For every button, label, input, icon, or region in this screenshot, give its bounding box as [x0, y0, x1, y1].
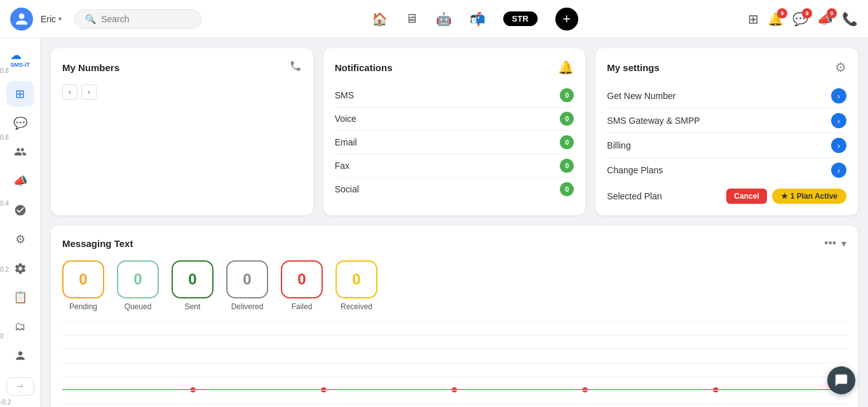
my-numbers-title: My Numbers	[62, 62, 119, 73]
notif-label-fax: Fax	[335, 161, 349, 171]
stat-label-pending: Pending	[69, 302, 97, 311]
stat-queued: 0 Queued	[117, 260, 159, 311]
selected-plan-label: Selected Plan	[607, 191, 661, 201]
notif-badge-sms: 0	[560, 88, 574, 102]
megaphone-icon[interactable]: 📣9	[817, 11, 833, 27]
chat-bubble-button[interactable]	[827, 366, 855, 394]
collapse-button[interactable]: ▾	[841, 237, 846, 250]
notif-badge-fax: 0	[560, 159, 574, 173]
nav-right-icons: ⊞ 🔔9 💬9 📣9 📞	[748, 11, 858, 27]
next-arrow-button[interactable]: ›	[81, 84, 97, 100]
my-settings-header: My settings ⚙	[607, 60, 846, 75]
notifications-card: Notifications 🔔 SMS 0 Voice 0 Email 0	[323, 48, 586, 215]
chart-container: 1.0 0.8 0.6 0.4 0.2 0 -0.2	[62, 321, 846, 404]
notif-item-voice: Voice 0	[335, 107, 574, 131]
bell-badge: 9	[777, 8, 787, 18]
grid-icon[interactable]: ⊞	[748, 11, 759, 27]
str-badge[interactable]: STR	[503, 11, 538, 26]
stat-label-queued: Queued	[125, 302, 152, 311]
settings-item-change-plans: Change Plans ›	[607, 158, 846, 182]
notif-item-social: Social 0	[335, 178, 574, 201]
chat-badge: 9	[802, 8, 812, 18]
notif-label-sms: SMS	[335, 90, 354, 100]
notif-item-email: Email 0	[335, 131, 574, 154]
gear-card-icon: ⚙	[835, 60, 846, 75]
chart-plot-area	[62, 321, 846, 404]
notifications-list: SMS 0 Voice 0 Email 0 Fax 0	[335, 84, 574, 201]
add-button[interactable]: +	[555, 8, 578, 30]
my-settings-card: My settings ⚙ Get New Number › SMS Gatew…	[595, 48, 858, 215]
settings-label-change-plans: Change Plans	[607, 165, 663, 175]
messaging-stat-boxes: 0 Pending 0 Queued 0 Sent 0 Delivered 0	[62, 260, 846, 311]
search-input[interactable]	[101, 14, 191, 24]
inbox-icon[interactable]: 📬	[470, 11, 485, 27]
chat-nav-icon[interactable]: 💬9	[792, 11, 808, 27]
stat-sent: 0 Sent	[172, 260, 214, 311]
notif-label-voice: Voice	[335, 114, 356, 124]
my-numbers-header: My Numbers	[62, 60, 302, 76]
stat-label-failed: Failed	[292, 302, 313, 311]
stat-number-delivered: 0	[226, 260, 268, 298]
settings-item-sms-gateway: SMS Gateway & SMPP ›	[607, 109, 846, 133]
megaphone-badge: 9	[827, 8, 837, 18]
stat-number-received: 0	[336, 260, 377, 298]
notif-label-social: Social	[335, 184, 359, 194]
messaging-header: Messaging Text ••• ▾	[62, 237, 846, 250]
stat-pending: 0 Pending	[62, 260, 104, 311]
stat-received: 0 Received	[336, 260, 377, 311]
user-name-label[interactable]: Eric ▾	[41, 14, 62, 24]
settings-arrow-sms-gateway[interactable]: ›	[831, 113, 846, 128]
search-icon: 🔍	[85, 14, 96, 24]
my-settings-list: Get New Number › SMS Gateway & SMPP › Bi…	[607, 84, 846, 182]
stat-label-sent: Sent	[185, 302, 201, 311]
stat-delivered: 0 Delivered	[226, 260, 268, 311]
stat-number-sent: 0	[172, 260, 214, 298]
stat-label-delivered: Delivered	[231, 302, 264, 311]
notif-item-sms: SMS 0	[335, 84, 574, 107]
notif-item-fax: Fax 0	[335, 154, 574, 178]
main-layout: ☁ SMS-iT ⊞ 💬 📣 ⚙ 📋 🗂 → My	[0, 38, 868, 407]
phone-icon	[289, 60, 302, 76]
messaging-title: Messaging Text	[62, 238, 133, 249]
my-numbers-nav-arrows: ‹ ›	[62, 84, 302, 100]
messaging-actions: ••• ▾	[824, 237, 846, 250]
settings-arrow-billing[interactable]: ›	[831, 138, 846, 153]
notifications-title: Notifications	[335, 62, 393, 73]
stat-label-received: Received	[341, 302, 372, 311]
top-navigation: Eric ▾ 🔍 🏠 🖥 🤖 📬 STR + ⊞ 🔔9 💬9 📣9 📞	[0, 0, 868, 38]
notif-label-email: Email	[335, 137, 357, 147]
selected-plan-row: Selected Plan Cancel ★ 1 Plan Active	[607, 182, 846, 204]
stat-failed: 0 Failed	[281, 260, 323, 311]
bell-card-icon: 🔔	[558, 60, 574, 75]
settings-label-sms-gateway: SMS Gateway & SMPP	[607, 116, 700, 126]
bot-icon[interactable]: 🤖	[436, 11, 452, 27]
notif-badge-voice: 0	[560, 112, 574, 126]
settings-arrow-get-new-number[interactable]: ›	[831, 88, 846, 103]
stat-number-pending: 0	[62, 260, 104, 298]
main-content: My Numbers ‹ › Notifications 🔔	[41, 38, 868, 407]
search-bar[interactable]: 🔍	[74, 10, 201, 29]
cancel-plan-button[interactable]: Cancel	[726, 189, 766, 204]
prev-arrow-button[interactable]: ‹	[62, 84, 78, 100]
settings-label-get-new-number: Get New Number	[607, 91, 675, 101]
notif-badge-social: 0	[560, 182, 574, 196]
home-icon[interactable]: 🏠	[372, 11, 388, 27]
settings-item-billing: Billing ›	[607, 133, 846, 158]
notifications-header: Notifications 🔔	[335, 60, 574, 75]
monitor-icon[interactable]: 🖥	[405, 11, 418, 26]
nav-center-icons: 🏠 🖥 🤖 📬 STR +	[209, 8, 740, 30]
star-icon: ★	[781, 192, 788, 201]
settings-item-get-new-number: Get New Number ›	[607, 84, 846, 109]
notif-badge-email: 0	[560, 135, 574, 149]
user-avatar[interactable]	[10, 8, 33, 30]
settings-arrow-change-plans[interactable]: ›	[831, 163, 846, 178]
plan-active-button[interactable]: ★ 1 Plan Active	[772, 189, 846, 204]
stat-number-failed: 0	[281, 260, 323, 298]
more-options-button[interactable]: •••	[824, 237, 836, 250]
stat-number-queued: 0	[117, 260, 159, 298]
messaging-text-section: Messaging Text ••• ▾ 0 Pending 0 Queued …	[51, 225, 858, 407]
user-dropdown-chevron: ▾	[58, 15, 62, 22]
phone-nav-icon[interactable]: 📞	[842, 11, 858, 27]
notification-bell-icon[interactable]: 🔔9	[768, 11, 783, 27]
my-settings-title: My settings	[607, 62, 660, 73]
